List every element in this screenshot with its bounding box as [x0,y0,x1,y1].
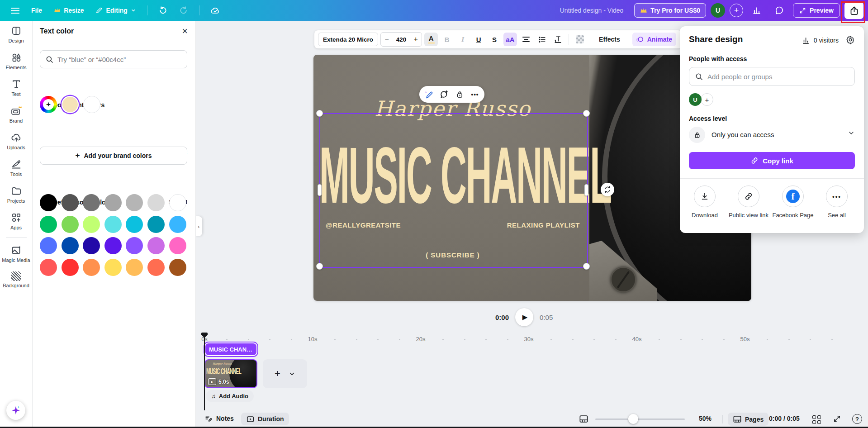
add-access-button[interactable]: + [701,93,713,106]
strikethrough-button[interactable]: S [488,33,501,46]
add-people-input[interactable]: Add people or groups [689,67,855,86]
cloud-save-status-button[interactable] [206,3,225,18]
default-color-swatch[interactable] [104,216,122,233]
default-color-swatch[interactable] [83,237,100,254]
italic-button[interactable]: I [456,33,470,46]
canvas-handle-text[interactable]: @REALLYGREATSITE [326,221,401,229]
duration-button[interactable]: Duration [241,413,289,425]
text-case-button[interactable]: aA [503,33,517,46]
default-color-swatch[interactable] [147,216,165,233]
color-search-input[interactable]: Try “blue” or “#00c4cc” [40,50,187,68]
effects-button[interactable]: Effects [595,36,624,43]
canvas-title-text[interactable]: MUSIC CHANNEL [319,136,586,216]
public-view-link-action[interactable]: Public view link [727,185,770,219]
selection-handle-bottom-right[interactable] [583,263,590,270]
zoom-slider-track[interactable] [595,418,685,420]
default-color-swatch[interactable] [83,216,100,233]
comments-button[interactable] [770,3,788,18]
redo-button[interactable] [175,3,193,18]
default-color-swatch[interactable] [126,194,143,211]
lock-button[interactable] [454,89,465,100]
default-color-swatch[interactable] [62,259,79,276]
default-color-swatch[interactable] [62,216,79,233]
play-button[interactable]: ▶ [515,308,533,326]
default-color-swatch[interactable] [83,259,100,276]
sidebar-item-brand[interactable]: Brand [0,101,32,128]
default-color-swatch[interactable] [126,259,143,276]
default-color-swatch[interactable] [169,194,186,211]
default-color-swatch[interactable] [40,216,57,233]
selection-handle-top-left[interactable] [316,110,323,117]
selection-handle-left[interactable] [318,184,322,196]
sidebar-item-projects[interactable]: Projects [0,181,32,208]
grid-view-button[interactable] [812,415,821,424]
sidebar-item-design[interactable]: Design [0,21,32,48]
resize-button[interactable]: Resize [49,4,88,17]
default-color-swatch[interactable] [147,237,165,254]
visitors-button[interactable]: 0 visitors [802,36,839,44]
share-settings-button[interactable] [846,35,855,44]
editing-mode-button[interactable]: Editing [91,4,140,17]
canvas-subscribe-text[interactable]: ( SUBSCRIBE ) [319,251,586,259]
help-button[interactable]: ? [852,414,862,424]
add-comment-button[interactable] [438,89,450,100]
text-align-button[interactable] [519,33,533,46]
decrease-font-size-button[interactable]: − [381,35,393,43]
default-color-swatch[interactable] [40,259,57,276]
zoom-slider-thumb[interactable] [628,414,638,424]
underline-button[interactable]: U [472,33,485,46]
animate-button[interactable]: Animate [632,33,676,46]
more-options-button[interactable]: ••• [469,89,481,100]
notes-button[interactable]: Notes [204,414,234,423]
magic-edit-button[interactable] [423,89,435,100]
add-brand-colors-button[interactable]: + Add your brand colors [40,147,187,165]
default-color-swatch[interactable] [62,237,79,254]
zoom-level-value[interactable]: 50% [699,415,711,422]
file-menu-button[interactable]: File [27,4,47,17]
default-color-swatch[interactable] [169,216,186,233]
insights-button[interactable] [748,3,766,18]
list-button[interactable] [535,33,549,46]
add-audio-button[interactable]: ♫ Add Audio [206,390,254,402]
facebook-page-action[interactable]: fFacebook Page [771,185,815,219]
default-color-swatch[interactable] [83,194,100,211]
close-panel-button[interactable]: × [182,26,188,36]
selection-handle-right[interactable] [584,184,588,196]
default-color-swatch[interactable] [147,194,165,211]
rotate-handle[interactable] [601,183,614,196]
copy-link-button[interactable]: Copy link [689,152,855,169]
default-color-swatch[interactable] [104,259,122,276]
increase-font-size-button[interactable]: + [410,35,422,43]
assistant-fab-button[interactable] [6,401,25,420]
chevron-down-icon[interactable] [848,129,855,137]
sidebar-item-text[interactable]: Text [0,74,32,101]
download-action[interactable]: Download [683,185,726,219]
undo-button[interactable] [154,3,172,18]
default-color-swatch[interactable] [169,259,186,276]
default-color-swatch[interactable] [104,237,122,254]
sidebar-item-uploads[interactable]: Uploads [0,128,32,154]
access-avatar[interactable]: U [689,93,702,106]
main-menu-button[interactable] [6,4,24,17]
access-level-value[interactable]: Only you can access [711,131,774,138]
preview-button[interactable]: Preview [793,3,840,18]
default-color-swatch[interactable] [40,237,57,254]
pages-view-button[interactable]: Pages [728,413,768,426]
bold-button[interactable]: B [440,33,454,46]
sidebar-item-apps[interactable]: Apps [0,208,32,234]
see-all-action[interactable]: •••See all [815,185,859,219]
share-button[interactable] [844,2,863,19]
document-color-swatch[interactable] [83,96,100,113]
canvas-playlist-text[interactable]: RELAXING PLAYLIST [507,221,580,229]
document-title[interactable]: Untitled design - Video [560,7,624,14]
user-avatar[interactable]: U [711,3,725,18]
default-color-swatch[interactable] [147,259,165,276]
transparency-button[interactable] [573,33,587,46]
try-pro-button[interactable]: Try Pro for US$0 [634,3,706,18]
add-page-button[interactable]: + [263,359,307,388]
sidebar-item-background[interactable]: Background [0,267,32,292]
add-member-button[interactable]: + [730,4,743,17]
default-color-swatch[interactable] [126,216,143,233]
page-thumbnails-icon[interactable] [579,415,588,423]
sidebar-item-tools[interactable]: Tools [0,154,32,181]
